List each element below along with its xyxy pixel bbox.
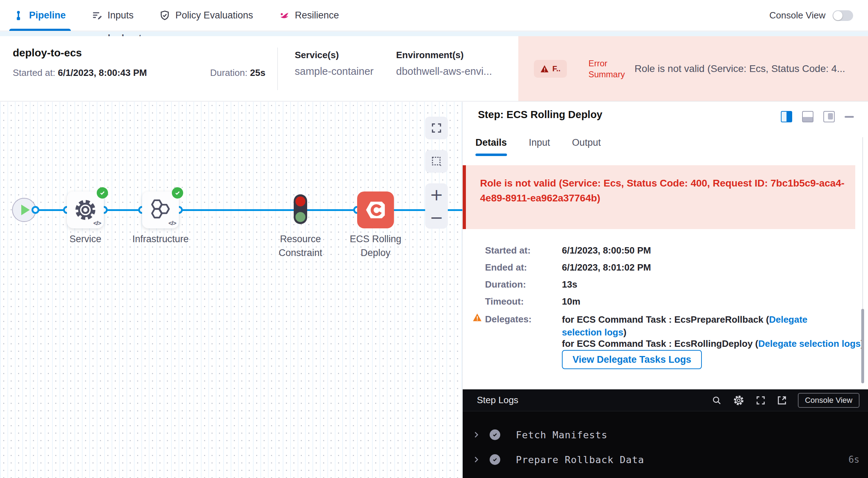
- duration-label: Duration:: [210, 67, 248, 78]
- tab-label: Pipeline: [29, 10, 66, 21]
- layout-fill: [803, 117, 813, 122]
- pipeline-name: deploy-to-ecs: [13, 47, 82, 59]
- error-summary-label: Error Summary: [588, 58, 635, 80]
- step-detail-panel: Step: ECS Rolling Deploy Details Input O…: [462, 102, 868, 478]
- execution-header: deploy-to-ecs Started at: 6/1/2023, 8:00…: [0, 36, 868, 101]
- console-view-label: Console View: [769, 10, 825, 21]
- step-logs-header: Step Logs: [463, 389, 868, 411]
- inputs-icon: [91, 10, 103, 21]
- duration: Duration: 25s: [210, 67, 265, 78]
- console-view-group: Console View: [769, 10, 853, 21]
- tab-pipeline[interactable]: Pipeline: [13, 0, 66, 31]
- logs-console-view-button[interactable]: Console View: [798, 393, 859, 408]
- failed-warning-icon: [540, 65, 549, 73]
- tab-label: Input: [529, 137, 550, 148]
- tab-label: Resilience: [295, 10, 339, 21]
- delegate-selection-logs-link[interactable]: Delegate selection logs: [758, 338, 861, 349]
- layout-bottom-panel-button[interactable]: [802, 111, 813, 122]
- delegate-text: ): [623, 327, 626, 338]
- zoom-in-button[interactable]: +: [430, 185, 444, 204]
- panel-tabs: Details Input Output: [475, 137, 601, 156]
- panel-minimize-button[interactable]: [845, 116, 854, 118]
- node-label-service: Service: [50, 232, 121, 246]
- environments-label: Environment(s): [396, 50, 492, 61]
- tab-output[interactable]: Output: [572, 137, 601, 156]
- canvas-fullscreen-button[interactable]: [425, 117, 448, 139]
- tab-resilience[interactable]: Resilience: [278, 0, 339, 31]
- failed-status-badge: F..: [534, 60, 567, 78]
- fullscreen-icon: [430, 122, 443, 134]
- started-value: 6/1/2023, 8:00:43 PM: [58, 67, 147, 78]
- log-section-row[interactable]: Prepare Rollback Data 6s: [472, 452, 859, 467]
- tab-details[interactable]: Details: [475, 137, 507, 156]
- log-section-duration: 6s: [849, 454, 859, 465]
- delegate-text: for ECS Command Task : EcsPrepareRollbac…: [562, 314, 769, 325]
- detail-label: Ended at:: [485, 262, 527, 273]
- services-block: Service(s) sample-container: [295, 50, 373, 77]
- node-service[interactable]: </>: [67, 191, 104, 228]
- log-success-check-icon: [490, 429, 500, 440]
- detail-value: 6/1/2023, 8:01:02 PM: [562, 262, 651, 273]
- detail-value: 6/1/2023, 8:00:50 PM: [562, 245, 651, 256]
- play-icon: [21, 205, 30, 215]
- log-success-check-icon: [490, 454, 500, 465]
- log-settings-gear-icon[interactable]: [733, 394, 745, 406]
- canvas-zoom-controls: + −: [425, 183, 448, 229]
- node-resource-constraint[interactable]: [294, 194, 307, 224]
- duration-value: 25s: [250, 67, 265, 78]
- pipeline-canvas[interactable]: </> Service </> Infrastructure: [0, 102, 462, 478]
- marquee-select-icon: [430, 155, 443, 167]
- tab-label: Details: [475, 137, 507, 148]
- resilience-icon: [278, 10, 290, 21]
- active-tab-underline: [475, 154, 507, 156]
- policy-shield-icon: [159, 10, 170, 21]
- detail-label: Timeout:: [485, 296, 524, 307]
- chevron-right-icon[interactable]: [472, 455, 480, 464]
- step-logs-actions: Console View: [711, 393, 859, 408]
- services-label: Service(s): [295, 50, 373, 61]
- node-infrastructure[interactable]: </>: [142, 191, 179, 228]
- layout-floating-panel-button[interactable]: [823, 111, 835, 122]
- main-area: </> Service </> Infrastructure: [0, 102, 868, 478]
- tab-policy-evaluations[interactable]: Policy Evaluations: [159, 0, 253, 31]
- log-section-title: Prepare Rollback Data: [516, 454, 644, 465]
- tab-label: Output: [572, 137, 601, 148]
- tab-inputs[interactable]: Inputs: [91, 0, 134, 31]
- log-fullscreen-icon[interactable]: [755, 395, 766, 406]
- environments-block: Environment(s) dbothwell-aws-envi...: [396, 50, 492, 77]
- success-check-icon: [172, 187, 183, 199]
- tab-input[interactable]: Input: [529, 137, 550, 156]
- layout-right-panel-button[interactable]: [781, 111, 792, 122]
- panel-title: Step: ECS Rolling Deploy: [478, 109, 602, 121]
- header-divider: [277, 48, 278, 90]
- environments-value[interactable]: dbothwell-aws-envi...: [396, 66, 492, 77]
- node-label-infrastructure: Infrastructure: [125, 232, 196, 246]
- detail-label: Started at:: [485, 245, 531, 256]
- services-value[interactable]: sample-container: [295, 66, 373, 77]
- delegate-entry: for ECS Command Task : EcsPrepareRollbac…: [562, 313, 831, 339]
- search-icon[interactable]: [711, 395, 722, 406]
- step-logs-body: Fetch Manifests Prepare Rollback Data 6s: [463, 411, 868, 478]
- log-section-row[interactable]: Fetch Manifests: [472, 427, 859, 443]
- open-in-new-icon[interactable]: [777, 395, 787, 406]
- node-ecs-rolling-deploy[interactable]: [357, 191, 394, 228]
- layout-fill: [787, 112, 791, 122]
- connection-point[interactable]: [32, 206, 39, 214]
- detail-label: Duration:: [485, 279, 526, 290]
- zoom-out-button[interactable]: −: [430, 208, 444, 227]
- layout-fill: [828, 113, 833, 119]
- top-nav: Pipeline Inputs Policy Evaluations Resil…: [0, 0, 868, 31]
- delegates-label: Delegates:: [485, 314, 532, 325]
- scrolled-title: deploy-to-ecs: [105, 33, 868, 36]
- console-view-toggle[interactable]: [833, 10, 853, 21]
- pipeline-icon: [13, 10, 24, 21]
- panel-scrollbar-thumb[interactable]: [861, 309, 864, 383]
- delegate-entry: for ECS Command Task : EcsRollingDeploy …: [562, 337, 864, 350]
- step-logs-title: Step Logs: [477, 395, 518, 406]
- traffic-light-red: [295, 196, 305, 206]
- panel-layout-controls: [781, 111, 854, 122]
- canvas-selection-button[interactable]: [425, 150, 448, 173]
- active-tab-underline: [9, 29, 71, 31]
- view-delegate-tasks-logs-button[interactable]: View Delegate Tasks Logs: [562, 350, 702, 369]
- chevron-right-icon[interactable]: [472, 430, 480, 439]
